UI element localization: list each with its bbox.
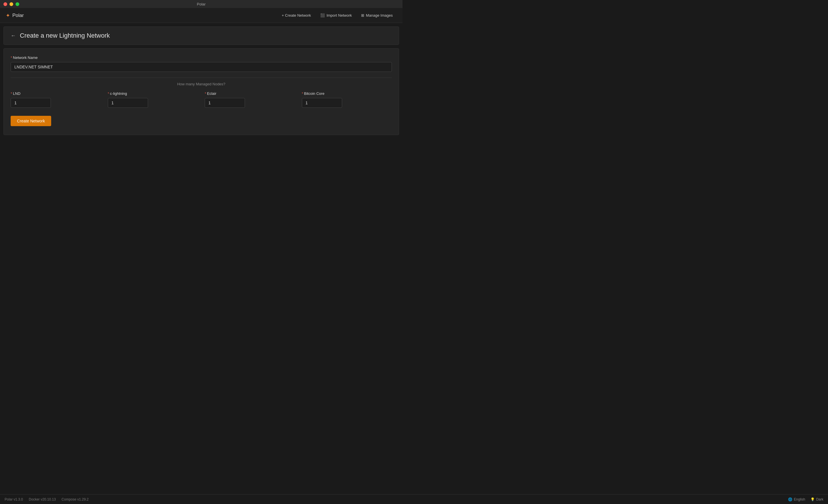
bitcoin-core-label: * Bitcoin Core xyxy=(302,91,392,96)
page-header: ← Create a new Lightning Network xyxy=(3,27,399,45)
eclair-label: * Eclair xyxy=(205,91,295,96)
topnav: ✦ Polar + Create Network ⬛ Import Networ… xyxy=(0,8,403,23)
clightning-field: * c-lightning xyxy=(108,91,198,108)
manage-images-nav-button[interactable]: ⊞ Manage Images xyxy=(357,11,397,19)
eclair-field: * Eclair xyxy=(205,91,295,108)
page-title: Create a new Lightning Network xyxy=(20,32,110,39)
required-star-lnd: * xyxy=(11,91,12,96)
import-icon: ⬛ xyxy=(320,13,325,17)
network-name-field: * Network Name xyxy=(11,55,392,72)
app-logo: ✦ Polar xyxy=(6,12,24,19)
required-star-clightning: * xyxy=(108,91,109,96)
create-network-button[interactable]: Create Network xyxy=(11,116,51,126)
import-network-nav-button[interactable]: ⬛ Import Network xyxy=(316,11,356,19)
form-section: * Network Name How many Managed Nodes? *… xyxy=(3,48,399,135)
managed-nodes-label: How many Managed Nodes? xyxy=(11,82,392,86)
titlebar: Polar xyxy=(0,0,403,8)
network-name-input[interactable] xyxy=(11,62,392,72)
required-star-name: * xyxy=(11,55,12,60)
back-button[interactable]: ← xyxy=(11,33,16,38)
clightning-input[interactable] xyxy=(108,98,148,108)
clightning-label: * c-lightning xyxy=(108,91,198,96)
bitcoin-core-input[interactable] xyxy=(302,98,342,108)
manage-images-icon: ⊞ xyxy=(361,13,364,17)
main-content: ← Create a new Lightning Network * Netwo… xyxy=(0,27,403,135)
close-button[interactable] xyxy=(3,2,7,6)
required-star-bitcoin: * xyxy=(302,91,303,96)
titlebar-title: Polar xyxy=(197,2,206,6)
lnd-field: * LND xyxy=(11,91,101,108)
divider xyxy=(11,78,392,78)
minimize-button[interactable] xyxy=(9,2,13,6)
network-name-label: * Network Name xyxy=(11,55,392,60)
eclair-input[interactable] xyxy=(205,98,245,108)
lnd-input[interactable] xyxy=(11,98,51,108)
nav-actions: + Create Network ⬛ Import Network ⊞ Mana… xyxy=(278,11,397,19)
polar-logo-icon: ✦ xyxy=(6,12,10,19)
app-name: Polar xyxy=(12,13,24,18)
lnd-label: * LND xyxy=(11,91,101,96)
node-fields: * LND * c-lightning * Eclair xyxy=(11,91,392,108)
window-controls xyxy=(3,2,19,6)
required-star-eclair: * xyxy=(205,91,206,96)
bitcoin-core-field: * Bitcoin Core xyxy=(302,91,392,108)
create-network-nav-button[interactable]: + Create Network xyxy=(278,11,315,19)
maximize-button[interactable] xyxy=(15,2,19,6)
